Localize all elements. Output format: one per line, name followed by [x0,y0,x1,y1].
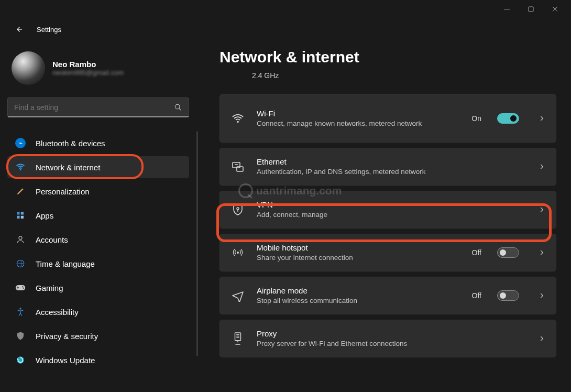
ethernet-icon [230,160,245,173]
svg-point-14 [237,121,239,123]
update-icon [15,354,26,366]
bluetooth-icon: ⌁ [15,137,26,149]
chevron-right-icon [538,249,545,256]
card-desc: Proxy server for Wi-Fi and Ethernet conn… [257,339,519,349]
app-title: Settings [37,26,61,34]
nav-item-label: Privacy & security [36,332,98,341]
page-title: Network & internet [219,48,556,66]
paintbrush-icon [15,186,26,197]
svg-point-1 [175,104,180,109]
svg-point-11 [23,288,25,289]
apps-icon [15,210,26,221]
wifi-icon [230,112,245,125]
nav-item-label: Windows Update [36,356,95,365]
content-area: Network & internet 2.4 GHz Wi-Fi Connect… [196,41,571,392]
search-icon [174,103,182,112]
card-title: Mobile hotspot [257,243,460,252]
back-button[interactable] [10,21,27,38]
nav-item-label: Time & language [36,259,95,268]
search-input[interactable] [14,103,170,112]
profile-block[interactable]: Neo Rambo neokim995@gmail.com [7,47,189,94]
search-box[interactable] [7,97,189,117]
nav-item-bluetooth[interactable]: ⌁ Bluetooth & devices [7,132,189,154]
nav-item-label: Personalization [36,187,90,196]
svg-point-7 [19,236,22,239]
hotspot-toggle[interactable] [497,247,519,258]
card-mobile-hotspot[interactable]: Mobile hotspot Share your internet conne… [219,234,556,271]
svg-point-17 [237,208,239,210]
globe-clock-icon [15,258,26,269]
proxy-icon [230,332,245,345]
window-titlebar [0,0,571,18]
svg-rect-6 [21,216,24,219]
card-title: Wi-Fi [257,109,460,118]
hotspot-state-label: Off [472,248,481,257]
card-ethernet[interactable]: Ethernet Authentication, IP and DNS sett… [219,148,556,186]
svg-rect-19 [235,333,241,341]
svg-point-18 [237,252,239,254]
nav-item-label: Apps [36,211,53,220]
status-subline: 2.4 GHz [252,71,556,80]
window-minimize-button[interactable] [495,1,519,17]
nav-item-apps[interactable]: Apps [7,204,189,226]
nav-item-network[interactable]: Network & internet [7,156,189,178]
card-title: Ethernet [257,157,519,166]
accounts-icon [15,234,26,245]
nav-item-label: Gaming [36,284,63,292]
nav-item-gaming[interactable]: Gaming [7,277,189,299]
nav-item-time-language[interactable]: Time & language [7,253,189,275]
wifi-state-label: On [471,114,481,123]
nav-item-accessibility[interactable]: Accessibility [7,301,189,323]
card-desc: Connect, manage known networks, metered … [257,119,460,128]
airplane-toggle[interactable] [497,290,519,301]
wifi-icon [15,161,26,173]
avatar [12,51,45,85]
svg-point-12 [19,308,21,309]
nav-item-label: Accounts [36,235,68,244]
window-close-button[interactable] [543,1,567,17]
svg-point-2 [20,169,21,171]
card-desc: Add, connect, manage [257,210,519,220]
hotspot-icon [230,246,245,259]
card-proxy[interactable]: Proxy Proxy server for Wi-Fi and Etherne… [219,320,556,357]
card-title: Airplane mode [257,286,460,295]
wifi-toggle[interactable] [497,113,519,124]
nav-item-label: Bluetooth & devices [36,139,105,148]
airplane-icon [230,289,245,302]
profile-name: Neo Rambo [52,60,124,69]
svg-rect-5 [17,216,19,219]
sidebar: Neo Rambo neokim995@gmail.com ⌁ Bluetoot… [0,41,196,392]
gamepad-icon [15,282,26,293]
svg-rect-0 [529,7,533,12]
card-desc: Authentication, IP and DNS settings, met… [257,167,519,177]
nav-item-accounts[interactable]: Accounts [7,228,189,251]
chevron-right-icon [538,335,545,342]
card-vpn[interactable]: VPN Add, connect, manage [219,191,556,228]
header: Settings [0,18,571,41]
shield-icon [15,330,26,342]
nav-item-privacy[interactable]: Privacy & security [7,325,189,347]
card-wifi[interactable]: Wi-Fi Connect, manage known networks, me… [219,94,556,143]
chevron-right-icon [538,163,545,170]
nav-item-personalization[interactable]: Personalization [7,180,189,202]
svg-point-10 [22,286,24,288]
window-maximize-button[interactable] [519,1,543,17]
card-title: Proxy [257,329,519,338]
card-desc: Share your internet connection [257,253,460,263]
card-title: VPN [257,200,519,209]
card-airplane-mode[interactable]: Airplane mode Stop all wireless communic… [219,277,556,314]
nav-item-windows-update[interactable]: Windows Update [7,349,189,371]
nav-item-label: Accessibility [36,308,79,317]
nav-item-label: Network & internet [36,163,100,172]
chevron-right-icon [538,292,545,299]
card-desc: Stop all wireless communication [257,296,460,306]
nav-list: ⌁ Bluetooth & devices Network & internet… [7,132,189,371]
chevron-right-icon [538,206,545,213]
profile-email: neokim995@gmail.com [52,69,124,77]
accessibility-icon [15,306,26,318]
airplane-state-label: Off [472,291,481,300]
svg-rect-3 [17,212,19,214]
vpn-shield-icon [230,203,245,216]
chevron-right-icon [538,115,545,122]
svg-rect-4 [21,212,24,214]
